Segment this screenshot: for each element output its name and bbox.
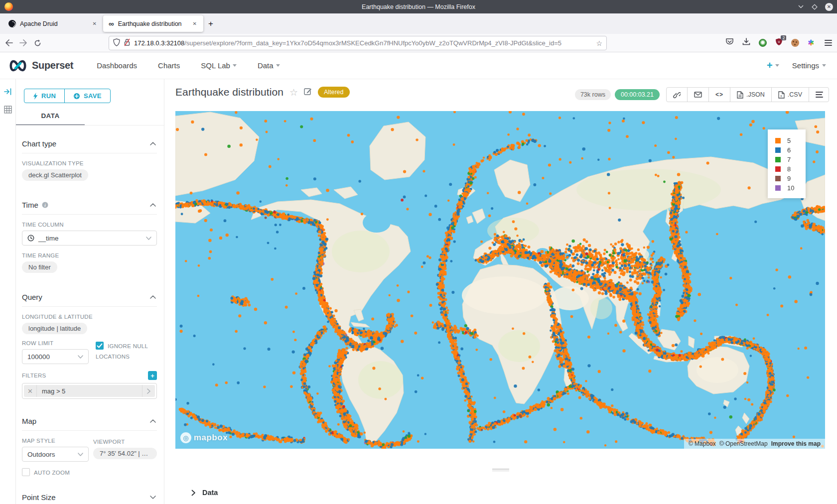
forward-button[interactable] bbox=[19, 39, 27, 46]
chart-menu-button[interactable] bbox=[809, 87, 829, 102]
window-titlebar: Earthquake distribution — Mozilla Firefo… bbox=[0, 0, 837, 13]
legend-item[interactable]: 8 bbox=[775, 164, 806, 174]
chevron-up-icon[interactable] bbox=[150, 419, 156, 423]
chevron-right-icon[interactable] bbox=[142, 385, 155, 397]
bookmark-star-icon[interactable]: ☆ bbox=[596, 39, 602, 47]
attribution-mapbox[interactable]: © Mapbox bbox=[689, 440, 716, 447]
tab-earthquake-distribution[interactable]: ∞ Earthquake distribution ✕ bbox=[103, 15, 203, 32]
section-chart-type[interactable]: Chart type bbox=[22, 139, 157, 148]
url-bar[interactable]: 172.18.0.3:32108/superset/explore/?form_… bbox=[109, 36, 607, 50]
attribution-osm[interactable]: © OpenStreetMap bbox=[719, 440, 768, 447]
map-style-select[interactable]: Outdoors bbox=[22, 447, 89, 462]
run-button[interactable]: RUN bbox=[24, 89, 64, 103]
chevron-up-icon[interactable] bbox=[150, 295, 156, 299]
clock-icon bbox=[27, 235, 34, 242]
legend-label: 6 bbox=[787, 146, 791, 154]
superset-favicon: ∞ bbox=[109, 20, 114, 27]
nav-dashboards[interactable]: Dashboards bbox=[97, 61, 137, 70]
legend-item[interactable]: 6 bbox=[775, 145, 806, 155]
panel-resize-handle[interactable] bbox=[492, 468, 509, 472]
control-panel: RUN SAVE DATA Chart type VISUALIZATION T… bbox=[16, 79, 164, 504]
superset-logo[interactable]: Superset bbox=[8, 59, 73, 72]
minimize-icon[interactable] bbox=[797, 3, 804, 10]
tab-data[interactable]: DATA bbox=[16, 107, 85, 125]
chevron-up-icon[interactable] bbox=[150, 203, 156, 207]
chevron-up-icon[interactable] bbox=[150, 142, 156, 145]
map-style-value: Outdoors bbox=[27, 451, 74, 458]
data-panel-toggle[interactable]: Data bbox=[191, 489, 218, 497]
legend-item[interactable]: 7 bbox=[775, 155, 806, 164]
settings-menu[interactable]: Settings bbox=[792, 61, 826, 70]
altered-badge[interactable]: Altered bbox=[318, 87, 349, 98]
section-time[interactable]: Time i bbox=[22, 201, 157, 209]
time-column-label: TIME COLUMN bbox=[22, 222, 157, 228]
file-icon bbox=[737, 91, 743, 99]
chart-area: Earthquake distribution ☆ Altered 73k ro… bbox=[164, 79, 837, 504]
downloads-icon[interactable] bbox=[742, 38, 750, 48]
remove-filter-icon[interactable]: ✕ bbox=[24, 385, 37, 397]
export-json-button[interactable]: .JSON bbox=[730, 87, 772, 102]
tab-close-icon[interactable]: ✕ bbox=[92, 20, 98, 27]
dataset-grid-icon[interactable] bbox=[4, 106, 12, 116]
legend-item[interactable]: 5 bbox=[775, 136, 806, 145]
cookie-extension-icon[interactable] bbox=[791, 39, 799, 47]
scatter-points-canvas[interactable] bbox=[175, 111, 825, 449]
back-button[interactable] bbox=[5, 39, 13, 46]
improve-map-link[interactable]: Improve this map bbox=[771, 440, 821, 447]
nav-charts[interactable]: Charts bbox=[158, 61, 180, 70]
insecure-lock-icon[interactable] bbox=[124, 38, 131, 48]
map-style-label: MAP STYLE bbox=[22, 438, 93, 444]
export-csv-button[interactable]: x .CSV bbox=[771, 87, 809, 102]
link-icon bbox=[673, 91, 681, 99]
ublock-shield-icon[interactable]: u 2 bbox=[775, 38, 783, 48]
lonlat-value[interactable]: longitude | latitude bbox=[22, 323, 87, 334]
tab-close-icon[interactable]: ✕ bbox=[192, 20, 198, 27]
favorite-star-icon[interactable]: ☆ bbox=[289, 87, 298, 98]
extension-green-icon[interactable] bbox=[759, 39, 767, 47]
tab-apache-druid[interactable]: Apache Druid ✕ bbox=[3, 15, 103, 32]
mapbox-logo[interactable]: ◎ mapbox bbox=[180, 432, 228, 443]
envelope-icon bbox=[694, 92, 702, 98]
save-button[interactable]: SAVE bbox=[64, 89, 110, 103]
legend-swatch bbox=[775, 138, 781, 143]
new-item-button[interactable]: + bbox=[767, 60, 779, 71]
legend-item[interactable]: 10 bbox=[775, 183, 806, 193]
window-title: Earthquake distribution — Mozilla Firefo… bbox=[0, 3, 837, 10]
chevron-down-icon[interactable] bbox=[150, 496, 156, 499]
time-column-select[interactable]: __time bbox=[22, 231, 157, 246]
time-range-value[interactable]: No filter bbox=[22, 261, 57, 273]
pocket-icon[interactable] bbox=[725, 38, 734, 48]
auto-zoom-checkbox[interactable] bbox=[22, 468, 30, 476]
reload-button[interactable] bbox=[34, 39, 41, 47]
maximize-icon[interactable] bbox=[811, 3, 818, 10]
nav-sql-lab[interactable]: SQL Lab bbox=[201, 61, 237, 70]
nav-data[interactable]: Data bbox=[258, 61, 280, 70]
superset-infinity-icon bbox=[8, 59, 28, 72]
copy-link-button[interactable] bbox=[666, 87, 688, 102]
viz-type-value[interactable]: deck.gl Scatterplot bbox=[22, 169, 88, 181]
deckgl-map[interactable]: 5678910 ◎ mapbox © Mapbox © OpenStreetMa… bbox=[175, 111, 825, 449]
close-icon[interactable]: ✕ bbox=[825, 3, 833, 11]
row-limit-select[interactable]: 100000 bbox=[22, 349, 89, 364]
map-attribution: © Mapbox © OpenStreetMap Improve this ma… bbox=[684, 439, 825, 449]
shield-icon[interactable] bbox=[113, 38, 120, 48]
add-filter-button[interactable]: + bbox=[148, 371, 157, 380]
section-map[interactable]: Map bbox=[22, 417, 157, 425]
filter-chip[interactable]: ✕ mag > 5 bbox=[24, 385, 155, 397]
filter-value: mag > 5 bbox=[37, 387, 142, 395]
extension-asterisk-icon[interactable]: ✱ bbox=[808, 38, 814, 47]
section-point-size[interactable]: Point Size bbox=[22, 493, 157, 502]
embed-code-button[interactable]: <> bbox=[708, 87, 730, 102]
new-tab-button[interactable]: + bbox=[208, 19, 213, 29]
browser-menu-icon[interactable] bbox=[825, 42, 832, 43]
expand-panel-icon[interactable] bbox=[4, 88, 12, 97]
email-button[interactable] bbox=[687, 87, 709, 102]
ignore-null-checkbox[interactable] bbox=[96, 342, 104, 350]
edit-properties-icon[interactable] bbox=[304, 87, 312, 97]
section-query[interactable]: Query bbox=[22, 293, 157, 301]
chevron-down-icon bbox=[233, 64, 237, 67]
legend-swatch bbox=[775, 176, 781, 181]
viewport-value[interactable]: 7° 35' 54.02" | 31... bbox=[93, 448, 157, 459]
viewport-label: VIEWPORT bbox=[93, 439, 157, 445]
legend-item[interactable]: 9 bbox=[775, 174, 806, 183]
